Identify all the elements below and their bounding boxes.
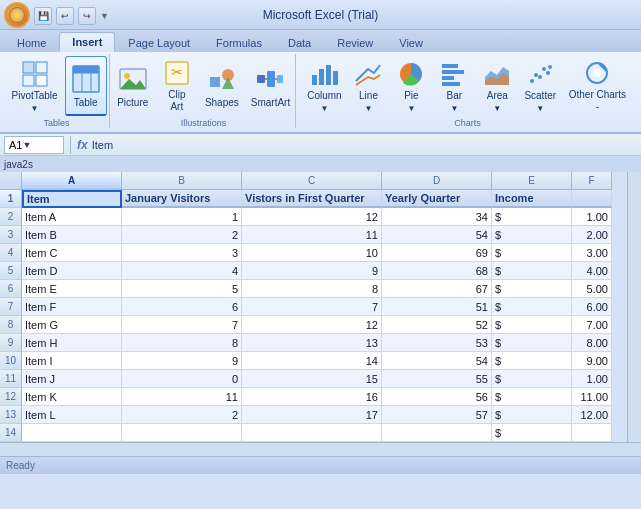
grid-cell[interactable]: 9 bbox=[122, 352, 242, 370]
grid-cell[interactable]: 12 bbox=[242, 208, 382, 226]
grid-cell[interactable]: Item J bbox=[22, 370, 122, 388]
grid-cell[interactable]: 2 bbox=[122, 226, 242, 244]
grid-cell[interactable]: $ bbox=[492, 262, 572, 280]
line-chart-button[interactable]: Line ▼ bbox=[349, 56, 388, 116]
grid-cell[interactable]: Item G bbox=[22, 316, 122, 334]
row-header-8[interactable]: 8 bbox=[0, 316, 22, 334]
grid-cell[interactable]: 53 bbox=[382, 334, 492, 352]
grid-cell[interactable]: 12.00 bbox=[572, 406, 612, 424]
grid-cell[interactable]: 7.00 bbox=[572, 316, 612, 334]
grid-cell[interactable]: Item H bbox=[22, 334, 122, 352]
grid-cell[interactable]: 56 bbox=[382, 388, 492, 406]
grid-cell[interactable] bbox=[572, 424, 612, 442]
row-header-13[interactable]: 13 bbox=[0, 406, 22, 424]
area-chart-button[interactable]: Area ▼ bbox=[478, 56, 517, 116]
cell-ref-dropdown[interactable]: ▼ bbox=[22, 140, 31, 150]
grid-cell[interactable]: $ bbox=[492, 424, 572, 442]
grid-cell[interactable]: 2.00 bbox=[572, 226, 612, 244]
grid-cell[interactable]: Vistors in First Quarter bbox=[242, 190, 382, 208]
grid-cell[interactable]: Item I bbox=[22, 352, 122, 370]
grid-cell[interactable]: $ bbox=[492, 370, 572, 388]
grid-cell[interactable] bbox=[572, 190, 612, 208]
horizontal-scrollbar[interactable] bbox=[0, 442, 641, 456]
office-button[interactable] bbox=[4, 2, 30, 28]
tab-data[interactable]: Data bbox=[275, 32, 324, 52]
grid-cell[interactable]: Item bbox=[22, 190, 122, 208]
save-button[interactable]: 💾 bbox=[34, 7, 52, 25]
col-header-f[interactable]: F bbox=[572, 172, 612, 190]
row-header-7[interactable]: 7 bbox=[0, 298, 22, 316]
grid-cell[interactable]: 8 bbox=[122, 334, 242, 352]
tab-view[interactable]: View bbox=[386, 32, 436, 52]
col-header-c[interactable]: C bbox=[242, 172, 382, 190]
grid-cell[interactable]: Item B bbox=[22, 226, 122, 244]
grid-cell[interactable]: 3.00 bbox=[572, 244, 612, 262]
col-header-e[interactable]: E bbox=[492, 172, 572, 190]
table-button[interactable]: Table bbox=[65, 56, 107, 116]
row-header-4[interactable]: 4 bbox=[0, 244, 22, 262]
grid-cell[interactable]: 54 bbox=[382, 352, 492, 370]
area-dropdown[interactable]: ▼ bbox=[493, 104, 501, 113]
grid-cell[interactable]: $ bbox=[492, 316, 572, 334]
grid-cell[interactable]: 6.00 bbox=[572, 298, 612, 316]
grid-cell[interactable]: 14 bbox=[242, 352, 382, 370]
grid-cell[interactable]: 16 bbox=[242, 388, 382, 406]
grid-cell[interactable]: Item A bbox=[22, 208, 122, 226]
pivottable-button[interactable]: PivotTable ▼ bbox=[6, 56, 62, 116]
smartart-button[interactable]: SmartArt bbox=[246, 56, 295, 116]
grid-cell[interactable] bbox=[242, 424, 382, 442]
row-header-5[interactable]: 5 bbox=[0, 262, 22, 280]
scatter-chart-button[interactable]: Scatter ▼ bbox=[521, 56, 560, 116]
grid-cell[interactable]: 10 bbox=[242, 244, 382, 262]
grid-cell[interactable]: 1 bbox=[122, 208, 242, 226]
grid-cell[interactable]: 54 bbox=[382, 226, 492, 244]
tab-insert[interactable]: Insert bbox=[59, 32, 115, 52]
pie-dropdown[interactable]: ▼ bbox=[407, 104, 415, 113]
col-header-d[interactable]: D bbox=[382, 172, 492, 190]
grid-cell[interactable]: $ bbox=[492, 352, 572, 370]
sheet-tab[interactable]: java2s bbox=[4, 159, 33, 170]
grid-cell[interactable]: $ bbox=[492, 280, 572, 298]
row-header-10[interactable]: 10 bbox=[0, 352, 22, 370]
col-header-b[interactable]: B bbox=[122, 172, 242, 190]
row-header-9[interactable]: 9 bbox=[0, 334, 22, 352]
tab-home[interactable]: Home bbox=[4, 32, 59, 52]
row-header-14[interactable]: 14 bbox=[0, 424, 22, 442]
column-chart-button[interactable]: Column ▼ bbox=[304, 56, 345, 116]
grid-cell[interactable]: Item C bbox=[22, 244, 122, 262]
grid-cell[interactable]: Item E bbox=[22, 280, 122, 298]
row-header-1[interactable]: 1 bbox=[0, 190, 22, 208]
grid-cell[interactable]: Item K bbox=[22, 388, 122, 406]
tab-formulas[interactable]: Formulas bbox=[203, 32, 275, 52]
bar-dropdown[interactable]: ▼ bbox=[450, 104, 458, 113]
grid-cell[interactable]: 1.00 bbox=[572, 370, 612, 388]
grid-cell[interactable]: Income bbox=[492, 190, 572, 208]
row-header-2[interactable]: 2 bbox=[0, 208, 22, 226]
grid-cell[interactable]: 5.00 bbox=[572, 280, 612, 298]
grid-cell[interactable]: 17 bbox=[242, 406, 382, 424]
row-header-11[interactable]: 11 bbox=[0, 370, 22, 388]
grid-cell[interactable]: Item F bbox=[22, 298, 122, 316]
grid-cell[interactable] bbox=[22, 424, 122, 442]
shapes-button[interactable]: Shapes bbox=[200, 56, 244, 116]
grid-cell[interactable] bbox=[382, 424, 492, 442]
grid-cell[interactable]: 57 bbox=[382, 406, 492, 424]
grid-cell[interactable]: 12 bbox=[242, 316, 382, 334]
grid-cell[interactable]: Item D bbox=[22, 262, 122, 280]
tab-pagelayout[interactable]: Page Layout bbox=[115, 32, 203, 52]
grid-cell[interactable]: 7 bbox=[122, 316, 242, 334]
grid-cell[interactable]: Item L bbox=[22, 406, 122, 424]
undo-button[interactable]: ↩ bbox=[56, 7, 74, 25]
grid-cell[interactable]: 7 bbox=[242, 298, 382, 316]
tab-review[interactable]: Review bbox=[324, 32, 386, 52]
col-header-a[interactable]: A bbox=[22, 172, 122, 190]
grid-cell[interactable]: 11.00 bbox=[572, 388, 612, 406]
grid-cell[interactable]: 1.00 bbox=[572, 208, 612, 226]
redo-button[interactable]: ↪ bbox=[78, 7, 96, 25]
grid-cell[interactable]: 51 bbox=[382, 298, 492, 316]
grid-cell[interactable]: 13 bbox=[242, 334, 382, 352]
grid-cell[interactable]: $ bbox=[492, 208, 572, 226]
grid-cell[interactable]: 5 bbox=[122, 280, 242, 298]
grid-cell[interactable]: 8 bbox=[242, 280, 382, 298]
cell-reference-box[interactable]: A1 ▼ bbox=[4, 136, 64, 154]
